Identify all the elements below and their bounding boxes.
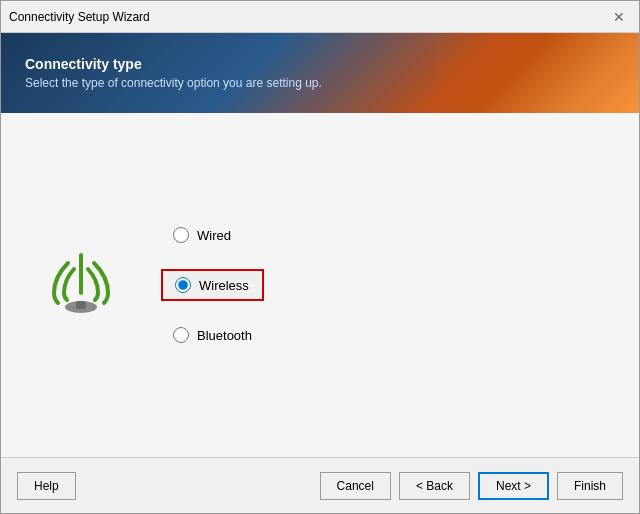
- window-title: Connectivity Setup Wizard: [9, 10, 150, 24]
- bluetooth-label: Bluetooth: [197, 328, 252, 343]
- back-button[interactable]: < Back: [399, 472, 470, 500]
- title-bar: Connectivity Setup Wizard ✕: [1, 1, 639, 33]
- help-button[interactable]: Help: [17, 472, 76, 500]
- bluetooth-option[interactable]: Bluetooth: [161, 321, 264, 349]
- svg-rect-2: [76, 301, 86, 309]
- header-banner: Connectivity type Select the type of con…: [1, 33, 639, 113]
- wireless-option[interactable]: Wireless: [161, 269, 264, 301]
- wired-option[interactable]: Wired: [161, 221, 264, 249]
- content-area: Wired Wireless Bluetooth: [1, 113, 639, 457]
- wizard-window: Connectivity Setup Wizard ✕ Connectivity…: [0, 0, 640, 514]
- footer: Help Cancel < Back Next > Finish: [1, 457, 639, 513]
- wired-radio[interactable]: [173, 227, 189, 243]
- cancel-button[interactable]: Cancel: [320, 472, 391, 500]
- header-text: Connectivity type Select the type of con…: [25, 56, 322, 90]
- svg-rect-0: [79, 253, 83, 295]
- options-area: Wired Wireless Bluetooth: [161, 221, 264, 349]
- close-button[interactable]: ✕: [607, 5, 631, 29]
- bluetooth-radio[interactable]: [173, 327, 189, 343]
- header-title: Connectivity type: [25, 56, 322, 72]
- wireless-radio[interactable]: [175, 277, 191, 293]
- header-subtitle: Select the type of connectivity option y…: [25, 76, 322, 90]
- finish-button[interactable]: Finish: [557, 472, 623, 500]
- next-button[interactable]: Next >: [478, 472, 549, 500]
- wired-label: Wired: [197, 228, 231, 243]
- antenna-icon: [41, 240, 121, 330]
- wireless-label: Wireless: [199, 278, 249, 293]
